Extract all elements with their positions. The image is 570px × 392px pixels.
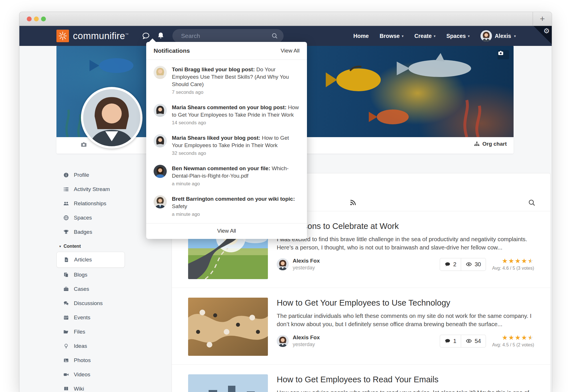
notification-item[interactable]: Maria Shears liked your blog post: How t… [146,130,307,161]
sidebar-item-blogs[interactable]: Blogs [56,268,125,282]
article-title[interactable]: 12 Reasons to Celebrate at Work [277,222,534,231]
sidebar-item-badges[interactable]: Badges [56,225,125,239]
org-chart-label: Org chart [482,141,507,147]
stats-chip: 2 30 [440,258,486,271]
nav-create[interactable]: Create▾ [414,33,435,39]
new-tab-button[interactable]: + [533,12,552,26]
sidebar: Profile Activity Stream Relationships Sp… [56,168,125,392]
gear-icon[interactable]: ⚙ [543,27,550,35]
sidebar-item-activity-stream[interactable]: Activity Stream [56,182,125,196]
star-icon: ★ [521,257,528,265]
notification-time: 7 seconds ago [172,90,300,95]
notifications-bell-icon[interactable] [156,32,165,40]
notification-item[interactable]: Ben Newman commented on your file: Which… [146,161,307,191]
notification-item[interactable]: Toni Bragg liked your blog post: Do Your… [146,62,307,99]
comments-count: 1 [440,335,461,347]
camera-icon[interactable] [80,141,87,148]
maximize-window-button[interactable] [41,17,46,21]
notification-text: Toni Bragg liked your blog post: Do Your… [172,66,300,88]
sidebar-item-wiki[interactable]: Wiki [56,382,125,392]
article-thumbnail[interactable] [188,374,268,392]
article-excerpt: How can you advise people who refuse to … [277,388,534,392]
view-all-footer[interactable]: View All [146,223,307,239]
office-desk-image [188,298,268,356]
views-count: 54 [461,335,485,347]
communifire-logo[interactable] [56,30,69,42]
notification-avatar [154,195,167,208]
sidebar-item-spaces[interactable]: Spaces [56,211,125,225]
window-titlebar: + [19,12,552,26]
rating: ★★★★★ Avg: 4.5 / 5 (2 votes) [492,334,534,348]
primary-nav: Home Browse▾ Create▾ Spaces▾ Alexis ▾ [353,30,516,42]
notification-avatar [154,104,167,117]
list-icon [63,186,69,192]
rss-icon[interactable] [350,199,357,206]
eye-icon [466,261,472,267]
search-input[interactable] [172,29,284,43]
rating-average: Avg: 4.6 / 5 (3 votes) [492,266,534,271]
sidebar-item-events[interactable]: Events [56,310,125,325]
sidebar-item-ideas[interactable]: Ideas [56,339,125,353]
notifications-list: Toni Bragg liked your blog post: Do Your… [146,60,307,223]
comments-count: 2 [440,258,461,271]
notification-avatar [154,134,167,147]
star-icon: ★ [528,334,534,341]
close-window-button[interactable] [27,17,32,21]
pages-icon [63,272,69,278]
sidebar-section-content[interactable]: ▾ Content [59,244,125,249]
star-rating: ★★★★★ [492,334,534,341]
sidebar-item-discussions[interactable]: Discussions [56,296,125,310]
section-collapse-caret-icon: ▾ [59,244,61,248]
star-icon: ★ [515,257,521,265]
article-title[interactable]: How to Get Employees to Read Your Emails [277,375,534,384]
star-rating: ★★★★★ [492,258,534,264]
notification-time: a minute ago [172,181,300,187]
sidebar-item-relationships[interactable]: Relationships [56,196,125,211]
profile-avatar[interactable] [81,87,142,149]
user-avatar [481,30,492,42]
stats-chip: 1 54 [440,335,486,348]
notification-avatar [154,66,167,79]
author-avatar [277,258,289,270]
article-title[interactable]: How to Get Your Employees to Use Technol… [277,298,534,308]
calendar-icon [63,315,69,320]
change-cover-button[interactable] [498,50,509,59]
nav-home[interactable]: Home [353,33,369,39]
user-menu[interactable]: Alexis ▾ [481,30,516,42]
sidebar-item-profile[interactable]: Profile [56,168,125,182]
sidebar-item-videos[interactable]: Videos [56,367,125,382]
minimize-window-button[interactable] [34,17,39,21]
book-icon [63,386,69,392]
view-all-link[interactable]: View All [281,48,300,54]
notification-item[interactable]: Brett Barrington commented on your wiki … [146,191,307,222]
sidebar-item-photos[interactable]: Photos [56,353,125,367]
trademark: ™ [125,33,129,36]
article-author[interactable]: Alexis Fox yesterday [277,258,320,271]
sidebar-item-articles[interactable]: Articles [56,252,125,268]
author-name: Alexis Fox [293,258,320,264]
sidebar-item-files[interactable]: Files [56,325,125,339]
notification-time: a minute ago [172,212,300,217]
notifications-title: Notifications [154,47,190,54]
star-icon: ★ [502,334,508,341]
chevron-down-icon: ▾ [468,34,470,38]
comment-icon [445,261,451,267]
nav-browse[interactable]: Browse▾ [380,33,404,39]
info-icon [63,172,69,178]
notification-time: 32 seconds ago [172,151,300,156]
sidebar-item-cases[interactable]: Cases [56,282,125,296]
article-author[interactable]: Alexis Fox yesterday [277,334,320,348]
article-thumbnail[interactable] [188,298,268,356]
notification-text: Maria Shears commented on your blog post… [172,104,300,119]
notification-item[interactable]: Maria Shears commented on your blog post… [146,99,307,130]
org-chart-icon [474,141,480,147]
brand-name: communifire™ [73,31,129,41]
image-icon [63,358,69,363]
article-date: yesterday [293,342,320,348]
trophy-icon [63,229,69,235]
article-excerpt: The particular individuals who left thes… [277,312,534,328]
nav-spaces[interactable]: Spaces▾ [446,33,470,39]
org-chart-button[interactable]: Org chart [474,141,507,147]
notification-text: Ben Newman commented on your file: Which… [172,165,300,180]
search-icon[interactable] [528,199,536,206]
